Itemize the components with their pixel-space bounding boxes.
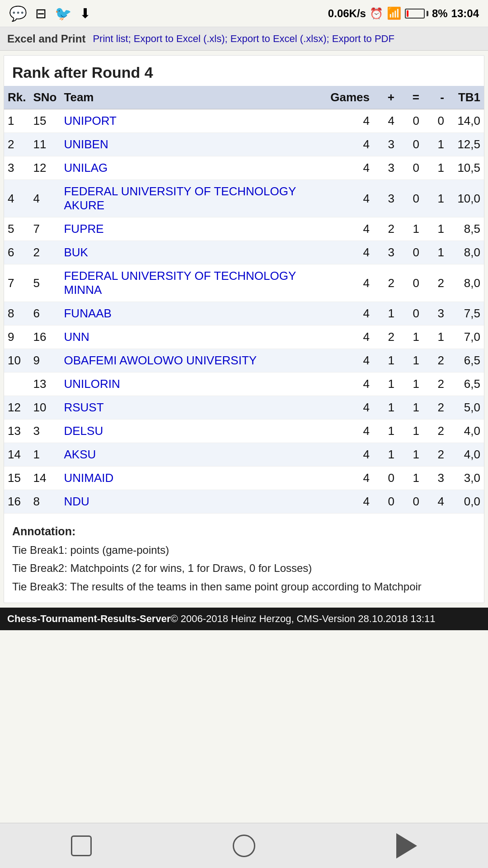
cell-team[interactable]: OBAFEMI AWOLOWO UNIVERSITY: [60, 349, 327, 373]
cell-minus: 3: [423, 302, 448, 326]
col-header-eq: =: [398, 86, 423, 109]
cell-plus: 3: [373, 156, 398, 180]
cell-team[interactable]: UNN: [60, 326, 327, 349]
toolbar-links[interactable]: Print list; Export to Excel (.xls); Expo…: [93, 33, 394, 45]
table-row[interactable]: 75FEDERAL UNIVERSITY OF TECHNOLOGY MINNA…: [4, 264, 484, 302]
main-content: Rank after Round 4 Rk. SNo Team Games + …: [4, 55, 484, 603]
table-row[interactable]: 57FUPRE42118,5: [4, 217, 484, 241]
page-footer: Chess-Tournament-Results-Server © 2006-2…: [0, 608, 488, 630]
annotation-lines: Tie Break1: points (game-points)Tie Brea…: [12, 541, 476, 596]
cell-plus: 2: [373, 217, 398, 241]
table-row[interactable]: 1514UNIMAID40133,0: [4, 467, 484, 490]
cell-team[interactable]: FEDERAL UNIVERSITY OF TECHNOLOGY MINNA: [60, 264, 327, 302]
save-icon: ⊟: [35, 5, 47, 21]
table-row[interactable]: 62BUK43018,0: [4, 241, 484, 264]
cell-eq: 0: [398, 490, 423, 514]
cell-tb1: 12,5: [448, 133, 484, 156]
nav-square-button[interactable]: [66, 830, 97, 862]
cell-eq: 0: [398, 241, 423, 264]
cell-plus: 1: [373, 443, 398, 467]
cell-team[interactable]: RSUST: [60, 396, 327, 420]
cell-rk: 12: [4, 396, 29, 420]
cell-team[interactable]: FUPRE: [60, 217, 327, 241]
cell-minus: 1: [423, 180, 448, 217]
cell-team[interactable]: UNIMAID: [60, 467, 327, 490]
table-row[interactable]: 168NDU40040,0: [4, 490, 484, 514]
cell-plus: 3: [373, 241, 398, 264]
table-row[interactable]: 13UNILORIN41126,5: [4, 373, 484, 396]
table-row[interactable]: 1210RSUST41125,0: [4, 396, 484, 420]
cell-team[interactable]: UNIBEN: [60, 133, 327, 156]
cell-plus: 1: [373, 302, 398, 326]
status-info: 0.06K/s ⏰ 📶 8% 13:04: [328, 6, 479, 20]
table-row[interactable]: 916UNN42117,0: [4, 326, 484, 349]
nav-home-button[interactable]: [228, 830, 260, 862]
cell-sno: 5: [29, 264, 60, 302]
cell-plus: 1: [373, 420, 398, 443]
cell-team[interactable]: UNILORIN: [60, 373, 327, 396]
annotation-line: Tie Break3: The results of the teams in …: [12, 578, 476, 596]
cell-team[interactable]: UNIPORT: [60, 109, 327, 133]
table-row[interactable]: 86FUNAAB41037,5: [4, 302, 484, 326]
table-row[interactable]: 109OBAFEMI AWOLOWO UNIVERSITY41126,5: [4, 349, 484, 373]
cell-team[interactable]: AKSU: [60, 443, 327, 467]
col-header-tb1: TB1: [448, 86, 484, 109]
cell-games: 4: [327, 467, 373, 490]
annotation-line: Tie Break1: points (game-points): [12, 541, 476, 560]
cell-games: 4: [327, 443, 373, 467]
cell-tb1: 4,0: [448, 420, 484, 443]
cell-eq: 1: [398, 396, 423, 420]
cell-tb1: 8,0: [448, 241, 484, 264]
annotation-title: Annotation:: [12, 522, 476, 541]
table-row[interactable]: 115UNIPORT440014,0: [4, 109, 484, 133]
network-speed: 0.06K/s: [328, 7, 366, 20]
cell-plus: 0: [373, 467, 398, 490]
square-icon: [71, 835, 92, 856]
battery-pct: 8%: [432, 7, 448, 20]
cell-team[interactable]: FUNAAB: [60, 302, 327, 326]
cell-team[interactable]: UNILAG: [60, 156, 327, 180]
cell-plus: 2: [373, 326, 398, 349]
cell-team[interactable]: DELSU: [60, 420, 327, 443]
cell-plus: 1: [373, 349, 398, 373]
cell-minus: 3: [423, 467, 448, 490]
cell-team[interactable]: NDU: [60, 490, 327, 514]
table-row[interactable]: 44FEDERAL UNIVERSITY OF TECHNOLOGY AKURE…: [4, 180, 484, 217]
back-icon: [396, 833, 417, 859]
cell-sno: 1: [29, 443, 60, 467]
cell-games: 4: [327, 302, 373, 326]
cell-sno: 15: [29, 109, 60, 133]
cell-eq: 1: [398, 467, 423, 490]
cell-rk: 3: [4, 156, 29, 180]
status-bar: 💬 ⊟ 🐦 ⬇ 0.06K/s ⏰ 📶 8% 13:04: [0, 0, 488, 27]
cell-rk: 2: [4, 133, 29, 156]
time: 13:04: [451, 7, 479, 20]
nav-back-button[interactable]: [391, 830, 422, 862]
cell-eq: 0: [398, 180, 423, 217]
cell-minus: 1: [423, 241, 448, 264]
table-row[interactable]: 312UNILAG430110,5: [4, 156, 484, 180]
annotations: Annotation: Tie Break1: points (game-poi…: [4, 514, 484, 603]
cell-tb1: 6,5: [448, 349, 484, 373]
cell-rk: 13: [4, 420, 29, 443]
cell-tb1: 8,0: [448, 264, 484, 302]
cell-tb1: 3,0: [448, 467, 484, 490]
cell-games: 4: [327, 420, 373, 443]
page-title: Rank after Round 4: [4, 56, 484, 86]
table-row[interactable]: 133DELSU41124,0: [4, 420, 484, 443]
cell-minus: 2: [423, 349, 448, 373]
cell-sno: 16: [29, 326, 60, 349]
cell-team[interactable]: FEDERAL UNIVERSITY OF TECHNOLOGY AKURE: [60, 180, 327, 217]
cell-eq: 0: [398, 264, 423, 302]
annotation-line: Tie Break2: Matchpoints (2 for wins, 1 f…: [12, 559, 476, 578]
cell-rk: 6: [4, 241, 29, 264]
cell-rk: 14: [4, 443, 29, 467]
cell-tb1: 14,0: [448, 109, 484, 133]
cell-tb1: 7,0: [448, 326, 484, 349]
table-row[interactable]: 211UNIBEN430112,5: [4, 133, 484, 156]
cell-team[interactable]: BUK: [60, 241, 327, 264]
cell-rk: 4: [4, 180, 29, 217]
table-row[interactable]: 141AKSU41124,0: [4, 443, 484, 467]
toolbar: Excel and Print Print list; Export to Ex…: [0, 27, 488, 51]
cell-eq: 1: [398, 349, 423, 373]
